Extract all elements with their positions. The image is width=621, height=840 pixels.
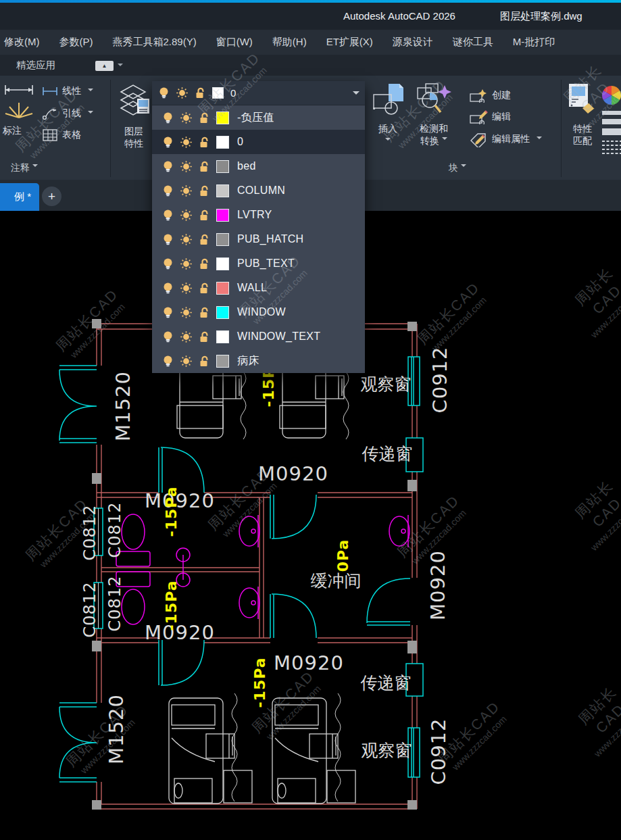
layer-row[interactable]: WALL <box>152 276 365 300</box>
layer-on-icon[interactable] <box>162 160 174 173</box>
layer-color-swatch[interactable] <box>216 136 229 149</box>
color-wheel-icon[interactable] <box>601 85 621 105</box>
layer-unlock-icon[interactable] <box>198 136 211 149</box>
layer-row[interactable]: COLUMN <box>152 178 365 203</box>
layer-on-icon[interactable] <box>162 330 174 343</box>
layer-unlock-icon[interactable] <box>198 112 211 124</box>
tab-featured-apps[interactable]: 精选应用 <box>16 59 55 72</box>
layer-row[interactable]: 病床 <box>152 349 365 373</box>
new-drawing-tab-button[interactable]: + <box>42 187 61 206</box>
layer-on-icon[interactable] <box>157 87 170 99</box>
layer-combobox[interactable]: 0 <box>152 81 365 105</box>
layer-thaw-icon[interactable] <box>180 257 193 270</box>
table-label: 表格 <box>62 129 81 141</box>
layer-row[interactable]: PUB_HATCH <box>152 227 365 251</box>
leader-dropdown-icon[interactable] <box>88 111 93 116</box>
layer-on-icon[interactable] <box>162 112 174 124</box>
layer-color-swatch[interactable] <box>216 112 229 124</box>
layer-color-swatch[interactable] <box>216 306 229 319</box>
annotate-panel-title[interactable]: 注释 <box>11 162 38 174</box>
layer-color-swatch[interactable] <box>216 257 229 270</box>
layer-thaw-icon[interactable] <box>180 306 193 319</box>
layer-thaw-icon[interactable] <box>180 355 193 368</box>
menu-item-batchprint[interactable]: M-批打印 <box>513 36 555 49</box>
layer-unlock-icon[interactable] <box>198 355 211 368</box>
layer-unlock-icon[interactable] <box>198 306 211 319</box>
layer-color-swatch[interactable] <box>216 233 229 246</box>
layer-row[interactable]: WINDOW_TEXT <box>152 324 365 349</box>
layer-color-swatch[interactable] <box>216 160 229 173</box>
layer-unlock-icon[interactable] <box>198 257 211 270</box>
layer-thaw-icon[interactable] <box>176 87 189 99</box>
layer-unlock-icon[interactable] <box>198 330 211 343</box>
table-button[interactable]: 表格 <box>42 128 81 142</box>
block-panel-expand-icon[interactable] <box>461 164 466 170</box>
layer-on-icon[interactable] <box>162 257 174 270</box>
linear-dropdown-icon[interactable] <box>88 89 93 94</box>
layer-thaw-icon[interactable] <box>180 136 193 149</box>
layer-thaw-icon[interactable] <box>180 282 193 295</box>
layer-color-swatch[interactable] <box>212 87 224 99</box>
create-block-button[interactable]: 创建 <box>469 88 511 103</box>
layer-color-swatch[interactable] <box>216 355 229 368</box>
chevron-down-icon[interactable] <box>353 91 359 98</box>
detect-convert-button[interactable]: 检测和 转换 <box>411 81 457 147</box>
annotate-panel-expand-icon[interactable] <box>32 164 38 170</box>
layer-color-swatch[interactable] <box>216 209 229 222</box>
ribbon-minimize-dropdown-icon[interactable] <box>118 64 123 69</box>
detect-dropdown-icon[interactable] <box>442 137 447 143</box>
menu-item-parametric[interactable]: 参数(P) <box>59 36 93 49</box>
layer-row[interactable]: PUB_TEXT <box>152 251 365 276</box>
layer-color-swatch[interactable] <box>216 330 229 343</box>
layer-on-icon[interactable] <box>162 282 174 295</box>
layer-row-selected[interactable]: 0 <box>152 130 365 154</box>
lineweight-icon[interactable] <box>601 109 621 137</box>
dimension-button[interactable]: 标注 <box>3 82 35 137</box>
layer-thaw-icon[interactable] <box>180 112 193 124</box>
menu-item-yanxiu[interactable]: 燕秀工具箱2.89(Y) <box>113 36 197 49</box>
menu-item-help[interactable]: 帮助(H) <box>272 36 307 49</box>
menu-item-yuanquan[interactable]: 源泉设计 <box>393 36 433 49</box>
layer-thaw-icon[interactable] <box>180 209 193 222</box>
edit-block-button[interactable]: 编辑 <box>469 109 511 124</box>
layer-on-icon[interactable] <box>162 136 174 149</box>
layer-unlock-icon[interactable] <box>198 184 211 197</box>
layer-unlock-icon[interactable] <box>198 233 211 246</box>
layer-row[interactable]: WINDOW <box>152 300 365 324</box>
linear-dimension-button[interactable]: 线性 <box>42 85 93 97</box>
layer-color-swatch[interactable] <box>216 282 229 295</box>
layer-row[interactable]: -负压值 <box>152 105 365 130</box>
menu-item-et[interactable]: ET扩展(X) <box>326 36 373 49</box>
insert-dropdown-icon[interactable] <box>385 138 391 143</box>
layer-unlock-icon[interactable] <box>198 282 211 295</box>
edit-attributes-button[interactable]: 编辑属性 <box>469 131 542 147</box>
menu-item-modify[interactable]: 修改(M) <box>4 36 40 49</box>
layer-on-icon[interactable] <box>162 306 174 319</box>
file-tab-active[interactable]: 例 * <box>0 183 39 211</box>
menu-item-window[interactable]: 窗口(W) <box>216 36 253 49</box>
layer-thaw-icon[interactable] <box>180 184 193 197</box>
layer-on-icon[interactable] <box>162 209 174 222</box>
leader-icon <box>42 107 58 120</box>
layer-unlock-icon[interactable] <box>194 87 207 99</box>
insert-block-button[interactable]: 插入 <box>370 81 405 147</box>
layer-properties-button[interactable]: 图层 特性 <box>115 81 153 150</box>
layer-thaw-icon[interactable] <box>180 233 193 246</box>
leader-button[interactable]: 引线 <box>42 107 93 120</box>
layer-on-icon[interactable] <box>162 233 174 246</box>
layer-row[interactable]: bed <box>152 154 365 178</box>
layer-thaw-icon[interactable] <box>180 330 193 343</box>
ribbon-minimize-button[interactable]: ▲ <box>95 61 114 71</box>
layer-unlock-icon[interactable] <box>198 160 211 173</box>
menu-item-mini[interactable]: 谜你工具 <box>453 36 493 49</box>
match-properties-button[interactable]: 特性 匹配 <box>566 81 599 147</box>
layer-row[interactable]: LVTRY <box>152 203 365 227</box>
layer-thaw-icon[interactable] <box>180 160 193 173</box>
linetype-icon[interactable] <box>601 139 621 157</box>
layer-on-icon[interactable] <box>162 184 174 197</box>
layer-color-swatch[interactable] <box>216 184 229 197</box>
layer-on-icon[interactable] <box>162 355 174 368</box>
edit-attributes-dropdown-icon[interactable] <box>537 137 542 142</box>
layer-unlock-icon[interactable] <box>198 209 211 222</box>
block-panel-title[interactable]: 块 <box>449 162 466 174</box>
